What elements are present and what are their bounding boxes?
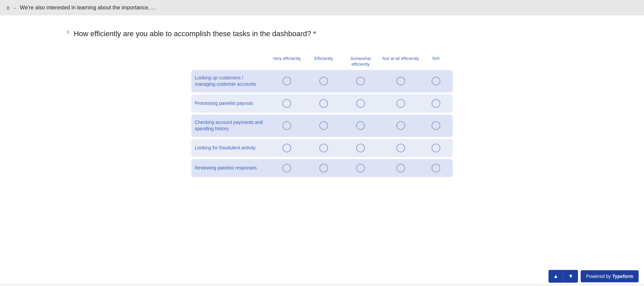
radio-r1-na[interactable] — [432, 77, 440, 85]
radio-cell-r5-efficiently[interactable] — [305, 164, 342, 172]
radio-r5-efficiently[interactable] — [319, 164, 328, 172]
radio-r4-efficiently[interactable] — [319, 144, 328, 152]
radio-r3-very[interactable] — [282, 121, 291, 130]
radio-cell-r1-very[interactable] — [268, 77, 305, 85]
col-header-somewhat: Somewhat efficiently — [342, 56, 379, 67]
radio-cell-r4-very[interactable] — [268, 144, 305, 152]
radio-r3-efficiently[interactable] — [319, 121, 328, 130]
main-content: c. How efficiently are you able to accom… — [0, 15, 644, 283]
bottom-navigation: ▲ ▼ Powered by Typeform — [543, 267, 644, 286]
brand-name: Typeform — [612, 274, 633, 279]
question-number: 8 — [7, 5, 9, 11]
radio-r2-somewhat[interactable] — [356, 99, 365, 108]
radio-cell-r5-not-at-all[interactable] — [379, 164, 423, 172]
radio-r5-not-at-all[interactable] — [396, 164, 405, 172]
row-label-3: Checking account payments and spending h… — [195, 119, 268, 132]
table-row: Reviewing panelist responses — [191, 159, 453, 177]
radio-r2-very[interactable] — [282, 99, 291, 108]
radio-cell-r2-very[interactable] — [268, 99, 305, 108]
radio-cell-r3-very[interactable] — [268, 121, 305, 130]
matrix-container: Very efficiently Efficiently Somewhat ef… — [191, 56, 453, 177]
radio-cell-r3-na[interactable] — [423, 121, 449, 130]
row-label-2: Processing panelist payouts — [195, 100, 268, 107]
question-text: How efficiently are you able to accompli… — [74, 29, 316, 39]
table-row: Looking up customers / managing customer… — [191, 70, 453, 92]
row-label-4: Looking for fraudulent activity — [195, 145, 268, 151]
col-header-empty — [195, 56, 268, 67]
radio-cell-r4-somewhat[interactable] — [342, 144, 379, 152]
radio-r4-na[interactable] — [432, 144, 440, 152]
radio-cell-r1-na[interactable] — [423, 77, 449, 85]
radio-r3-not-at-all[interactable] — [396, 121, 405, 130]
radio-cell-r5-na[interactable] — [423, 164, 449, 172]
radio-cell-r1-not-at-all[interactable] — [379, 77, 423, 85]
matrix-header: Very efficiently Efficiently Somewhat ef… — [191, 56, 453, 67]
powered-by-badge: Powered by Typeform — [581, 270, 639, 282]
radio-cell-r2-na[interactable] — [423, 99, 449, 108]
powered-by-text: Powered by — [586, 274, 611, 279]
col-header-very: Very efficiently — [268, 56, 305, 67]
nav-down-button[interactable]: ▼ — [563, 270, 578, 283]
col-header-not-at-all: Not at all efficiently — [379, 56, 423, 67]
table-row: Looking for fraudulent activity — [191, 139, 453, 157]
radio-cell-r4-not-at-all[interactable] — [379, 144, 423, 152]
radio-cell-r2-somewhat[interactable] — [342, 99, 379, 108]
radio-r5-very[interactable] — [282, 164, 291, 172]
radio-r2-efficiently[interactable] — [319, 99, 328, 108]
question-label: c. — [67, 29, 71, 34]
radio-r1-very[interactable] — [282, 77, 291, 85]
radio-cell-r3-not-at-all[interactable] — [379, 121, 423, 130]
radio-cell-r5-very[interactable] — [268, 164, 305, 172]
table-row: Checking account payments and spending h… — [191, 115, 453, 137]
question-header: c. How efficiently are you able to accom… — [67, 29, 577, 49]
radio-r5-somewhat[interactable] — [356, 164, 365, 172]
radio-cell-r3-efficiently[interactable] — [305, 121, 342, 130]
radio-r3-somewhat[interactable] — [356, 121, 365, 130]
radio-cell-r2-not-at-all[interactable] — [379, 99, 423, 108]
radio-r1-not-at-all[interactable] — [396, 77, 405, 85]
col-header-na: N/A — [423, 56, 449, 67]
radio-cell-r2-efficiently[interactable] — [305, 99, 342, 108]
radio-r4-very[interactable] — [282, 144, 291, 152]
radio-cell-r4-na[interactable] — [423, 144, 449, 152]
radio-cell-r3-somewhat[interactable] — [342, 121, 379, 130]
radio-r2-not-at-all[interactable] — [396, 99, 405, 108]
nav-up-button[interactable]: ▲ — [549, 270, 564, 283]
radio-r3-na[interactable] — [432, 121, 440, 130]
col-header-efficiently: Efficiently — [305, 56, 342, 67]
radio-r2-na[interactable] — [432, 99, 440, 108]
row-label-5: Reviewing panelist responses — [195, 165, 268, 171]
radio-cell-r5-somewhat[interactable] — [342, 164, 379, 172]
top-bar-text: We're also interested in learning about … — [20, 5, 156, 11]
table-row: Processing panelist payouts — [191, 94, 453, 113]
row-label-1: Looking up customers / managing customer… — [195, 75, 268, 88]
top-bar-arrow: → — [12, 5, 17, 11]
radio-r1-somewhat[interactable] — [356, 77, 365, 85]
radio-r4-somewhat[interactable] — [356, 144, 365, 152]
radio-cell-r1-somewhat[interactable] — [342, 77, 379, 85]
radio-cell-r1-efficiently[interactable] — [305, 77, 342, 85]
radio-cell-r4-efficiently[interactable] — [305, 144, 342, 152]
top-bar: 8 → We're also interested in learning ab… — [0, 0, 644, 15]
radio-r4-not-at-all[interactable] — [396, 144, 405, 152]
radio-r1-efficiently[interactable] — [319, 77, 328, 85]
radio-r5-na[interactable] — [432, 164, 440, 172]
